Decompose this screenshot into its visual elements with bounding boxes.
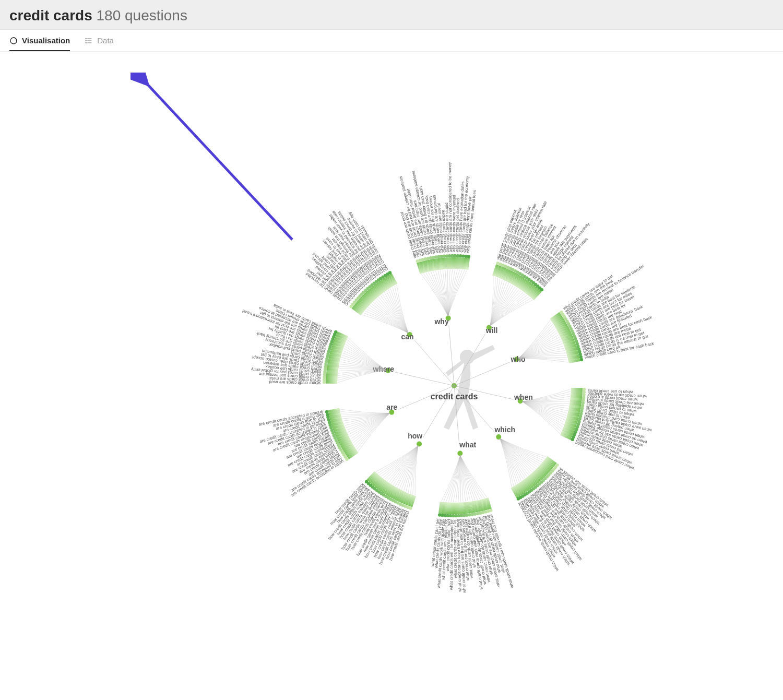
visualisation-icon (9, 37, 18, 45)
svg-point-218 (517, 497, 520, 500)
svg-point-171 (580, 358, 583, 361)
svg-line-56 (395, 372, 454, 386)
tab-visualisation[interactable]: Visualisation (9, 36, 70, 51)
svg-line-103 (449, 325, 454, 386)
svg-point-11 (417, 441, 422, 446)
svg-text:can: can (401, 333, 413, 341)
svg-point-79 (334, 330, 337, 334)
svg-point-5 (86, 40, 86, 41)
svg-text:credit cards: credit cards (431, 392, 478, 401)
svg-text:which: which (494, 425, 515, 434)
svg-point-102 (388, 271, 392, 274)
svg-point-220 (457, 451, 462, 456)
svg-text:why: why (434, 317, 448, 326)
canvas: credit cardshowhow credit cards are hack… (0, 52, 783, 700)
svg-text:what: what (459, 441, 476, 449)
svg-point-4 (86, 38, 86, 39)
page-title: credit cards 180 questions (9, 7, 774, 24)
svg-text:will: will (485, 326, 498, 335)
tab-data-label: Data (97, 36, 114, 45)
svg-text:when: when (514, 393, 533, 401)
svg-point-194 (571, 438, 574, 441)
svg-point-6 (86, 42, 86, 43)
svg-point-32 (365, 480, 368, 483)
list-icon (85, 37, 93, 45)
svg-text:are: are (386, 403, 397, 411)
svg-line-80 (414, 340, 454, 386)
count-text: 180 questions (97, 7, 187, 23)
tab-data[interactable]: Data (85, 36, 114, 51)
svg-point-55 (325, 410, 328, 413)
svg-text:how: how (408, 432, 422, 440)
keyword-text: credit cards (9, 7, 92, 23)
tab-visualisation-label: Visualisation (22, 36, 70, 45)
svg-point-125 (467, 255, 470, 258)
tabs: Visualisation Data (0, 30, 783, 52)
svg-point-148 (540, 288, 543, 291)
svg-point-241 (438, 513, 441, 516)
sunburst-chart[interactable]: credit cardshowhow credit cards are hack… (0, 52, 783, 700)
header: credit cards 180 questions (0, 0, 783, 30)
